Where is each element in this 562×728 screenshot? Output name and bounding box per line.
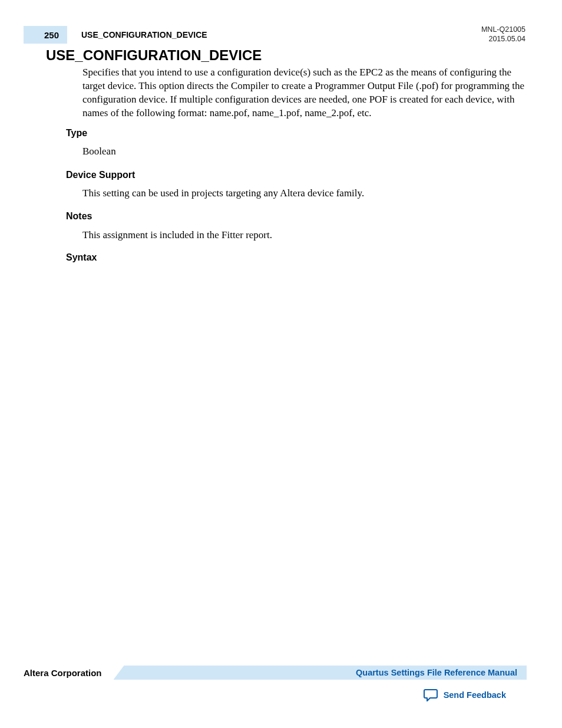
page-number: 250 [44, 30, 59, 40]
speech-bubble-icon [424, 688, 439, 702]
manual-title-link[interactable]: Quartus Settings File Reference Manual [356, 668, 517, 677]
device-support-body: This setting can be used in projects tar… [82, 187, 525, 200]
page-number-badge: 250 [24, 26, 67, 44]
send-feedback-link[interactable]: Send Feedback [424, 688, 506, 702]
doc-id: MNL-Q21005 [481, 25, 525, 34]
device-support-heading: Device Support [66, 170, 135, 180]
page: 250 USE_CONFIGURATION_DEVICE MNL-Q21005 … [0, 0, 562, 728]
page-title: USE_CONFIGURATION_DEVICE [46, 47, 262, 64]
doc-id-block: MNL-Q21005 2015.05.04 [481, 25, 525, 44]
notes-heading: Notes [66, 211, 92, 222]
syntax-heading: Syntax [66, 252, 97, 263]
intro-paragraph: Specifies that you intend to use a confi… [82, 66, 525, 120]
footer-bar: Altera Corporation Quartus Settings File… [24, 664, 527, 681]
header-row: 250 USE_CONFIGURATION_DEVICE [24, 25, 527, 45]
running-title: USE_CONFIGURATION_DEVICE [81, 30, 207, 39]
footer: Altera Corporation Quartus Settings File… [24, 664, 527, 681]
send-feedback-label: Send Feedback [444, 690, 506, 700]
company-name: Altera Corporation [24, 668, 114, 678]
footer-ribbon: Quartus Settings File Reference Manual [114, 666, 527, 680]
type-heading: Type [66, 128, 87, 139]
notes-body: This assignment is included in the Fitte… [82, 229, 525, 242]
doc-date: 2015.05.04 [481, 34, 525, 44]
type-body: Boolean [82, 145, 525, 159]
